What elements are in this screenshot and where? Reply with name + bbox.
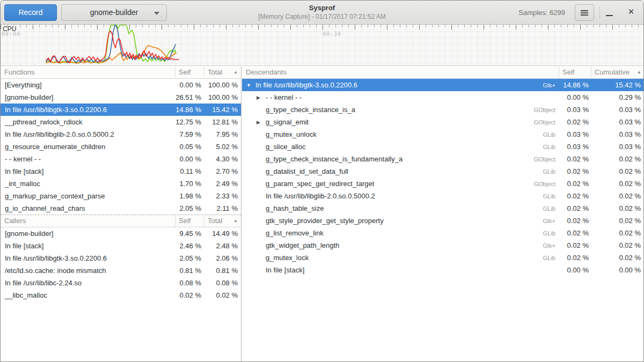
cell-self-percent: 2.46 % <box>175 242 204 250</box>
library-tag: GLib <box>543 230 559 237</box>
sysprof-window: Record gnome-builder Sysprof [Memory Cap… <box>0 0 644 362</box>
cell-function-name: __libc_malloc <box>1 291 175 299</box>
cell-total-percent: 12.81 % <box>204 118 241 126</box>
functions-self-column-header[interactable]: Self <box>175 67 204 78</box>
expander-closed-icon[interactable]: ▶ <box>257 120 266 125</box>
caller-row[interactable]: In file /usr/lib/libc-2.24.so0.08 %0.08 … <box>1 277 241 289</box>
cell-cumulative-percent: 0.02 % <box>591 229 644 237</box>
descendant-row[interactable]: g_param_spec_get_redirect_targetGObject0… <box>242 178 644 190</box>
function-row[interactable]: __pthread_rwlock_rdlock12.75 %12.81 % <box>1 116 241 128</box>
function-name-label: g_list_remove_link <box>266 229 324 237</box>
library-tag: GLib <box>543 131 559 138</box>
descendants-column-header[interactable]: Descendants <box>242 67 559 78</box>
cell-self-percent: 0.02 % <box>559 118 591 126</box>
expander-open-icon[interactable]: ▼ <box>246 83 255 88</box>
cell-function-name: In file /usr/lib/libglib-2.0.so.0.5000.2 <box>1 130 175 138</box>
sort-ascending-icon: ▲ <box>233 215 238 227</box>
window-title-area: Sysprof [Memory Capture] - 01/17/2017 07… <box>172 4 472 20</box>
function-row[interactable]: In file /usr/lib/libgtk-3.so.0.2200.614.… <box>1 104 241 116</box>
cell-cumulative-percent: 0.02 % <box>591 254 644 262</box>
cell-self-percent: 0.05 % <box>175 143 204 151</box>
cell-self-percent: 0.02 % <box>175 291 204 299</box>
functions-column-header[interactable]: Functions <box>1 67 175 78</box>
descendant-row[interactable]: In file /usr/lib/libglib-2.0.so.0.5000.2… <box>242 190 644 202</box>
descendants-table-body: ▼In file /usr/lib/libgtk-3.so.0.2200.6Gt… <box>242 79 644 276</box>
function-row[interactable]: g_markup_parse_context_parse1.98 %2.33 % <box>1 190 241 202</box>
descendant-row[interactable]: gtk_widget_path_lengthGtk+0.02 %0.02 % <box>242 239 644 252</box>
cell-function-name: In file [stack] <box>1 242 175 250</box>
function-row[interactable]: In file /usr/lib/libglib-2.0.so.0.5000.2… <box>1 128 241 141</box>
minimize-button[interactable] <box>603 5 617 19</box>
caller-row[interactable]: In file /usr/lib/libgtk-3.so.0.2200.62.0… <box>1 252 241 264</box>
functions-table-body: [Everything]0.00 %100.00 %[gnome-builder… <box>1 79 241 215</box>
cell-total-percent: 15.42 % <box>204 106 241 114</box>
callers-self-column-header[interactable]: Self <box>175 215 204 227</box>
headerbar-separator <box>599 7 600 18</box>
descendant-row[interactable]: ▶- - kernel - -0.00 %0.29 % <box>242 91 644 104</box>
cell-self-percent: 0.02 % <box>559 155 591 163</box>
cell-total-percent: 7.95 % <box>204 130 241 138</box>
function-row[interactable]: [gnome-builder]26.51 %100.00 % <box>1 91 241 104</box>
function-name-label: In file /usr/lib/libgtk-3.so.0.2200.6 <box>255 81 357 89</box>
descendant-row[interactable]: g_type_check_instance_is_aGObject0.03 %0… <box>242 104 644 116</box>
menu-button[interactable] <box>575 4 594 21</box>
function-row[interactable]: g_resource_enumerate_children0.05 %5.02 … <box>1 141 241 153</box>
cell-function-name: g_io_channel_read_chars <box>1 204 175 212</box>
function-row[interactable]: g_io_channel_read_chars2.05 %2.11 % <box>1 202 241 215</box>
callers-table-body: [gnome-builder]9.45 %14.49 %In file [sta… <box>1 227 241 301</box>
cell-cumulative-percent: 0.02 % <box>591 180 644 188</box>
cell-cumulative-percent: 0.02 % <box>591 217 644 225</box>
descendant-row[interactable]: g_datalist_id_set_data_fullGLib0.02 %0.0… <box>242 165 644 178</box>
cell-cumulative-percent: 0.03 % <box>591 130 644 138</box>
cell-function-name: [gnome-builder] <box>1 230 175 238</box>
descendants-self-column-header[interactable]: Self <box>559 67 591 78</box>
library-tag: GObject <box>534 119 559 125</box>
callers-total-column-header[interactable]: Total ▲ <box>204 215 241 227</box>
descendant-row[interactable]: g_slice_allocGLib0.03 %0.03 % <box>242 141 644 153</box>
cell-function-name: g_markup_parse_context_parse <box>1 192 175 200</box>
function-name-label: g_hash_table_size <box>266 204 324 212</box>
descendant-row[interactable]: g_type_check_instance_is_fundamentally_a… <box>242 153 644 165</box>
descendant-row[interactable]: g_mutex_lockGLib0.02 %0.02 % <box>242 252 644 264</box>
cell-cumulative-percent: 15.42 % <box>591 81 644 89</box>
cell-self-percent: 2.05 % <box>175 254 204 262</box>
cpu-graph[interactable]: CPU 00:00 00:30 <box>1 25 644 66</box>
close-button[interactable]: ✕ <box>624 5 638 19</box>
process-selector-dropdown[interactable]: gnome-builder <box>61 4 167 21</box>
descendant-row[interactable]: gtk_style_provider_get_style_propertyGtk… <box>242 215 644 227</box>
caller-row[interactable]: In file [stack]2.46 %2.48 % <box>1 240 241 252</box>
caller-row[interactable]: [gnome-builder]9.45 %14.49 % <box>1 227 241 240</box>
cell-total-percent: 14.49 % <box>204 230 241 238</box>
library-tag: GLib <box>543 205 559 212</box>
descendant-row[interactable]: In file [stack]0.00 %0.00 % <box>242 264 644 276</box>
descendant-row[interactable]: ▶g_signal_emitGObject0.02 %0.03 % <box>242 116 644 128</box>
descendant-row[interactable]: ▼In file /usr/lib/libgtk-3.so.0.2200.6Gt… <box>242 79 644 91</box>
descendants-cumulative-column-header[interactable]: Cumulative ▲ <box>591 67 644 78</box>
library-tag: Gtk+ <box>543 242 559 249</box>
cell-self-percent: 9.45 % <box>175 230 204 238</box>
cell-function-name: ▼In file /usr/lib/libgtk-3.so.0.2200.6Gt… <box>242 81 559 89</box>
functions-total-column-header[interactable]: Total ▲ <box>204 67 241 78</box>
function-row[interactable]: [Everything]0.00 %100.00 % <box>1 79 241 91</box>
caller-row[interactable]: /etc/ld.so.cache: inode mismatch0.81 %0.… <box>1 264 241 277</box>
expander-closed-icon[interactable]: ▶ <box>257 95 266 100</box>
function-name-label: gtk_widget_path_length <box>266 241 339 249</box>
cell-self-percent: 0.03 % <box>559 143 591 151</box>
cell-total-percent: 2.11 % <box>204 204 241 212</box>
cell-total-percent: 2.06 % <box>204 254 241 262</box>
record-button[interactable]: Record <box>4 4 57 21</box>
caller-row[interactable]: __libc_malloc0.02 %0.02 % <box>1 289 241 301</box>
descendant-row[interactable]: g_hash_table_sizeGLib0.02 %0.02 % <box>242 202 644 215</box>
library-tag: GLib <box>543 144 559 150</box>
cell-self-percent: 0.02 % <box>559 241 591 249</box>
function-row[interactable]: - - kernel - -0.00 %4.30 % <box>1 153 241 165</box>
descendant-row[interactable]: g_list_remove_linkGLib0.02 %0.02 % <box>242 227 644 239</box>
cell-function-name: g_datalist_id_set_data_fullGLib <box>242 167 559 175</box>
function-row[interactable]: _int_malloc1.70 %2.49 % <box>1 178 241 190</box>
descendant-row[interactable]: g_mutex_unlockGLib0.03 %0.03 % <box>242 128 644 141</box>
library-tag: Gtk+ <box>543 218 559 224</box>
callers-column-header[interactable]: Callers <box>1 215 175 227</box>
cell-function-name: g_resource_enumerate_children <box>1 143 175 151</box>
function-row[interactable]: In file [stack]0.11 %2.70 % <box>1 165 241 178</box>
cell-self-percent: 14.86 % <box>559 81 591 89</box>
